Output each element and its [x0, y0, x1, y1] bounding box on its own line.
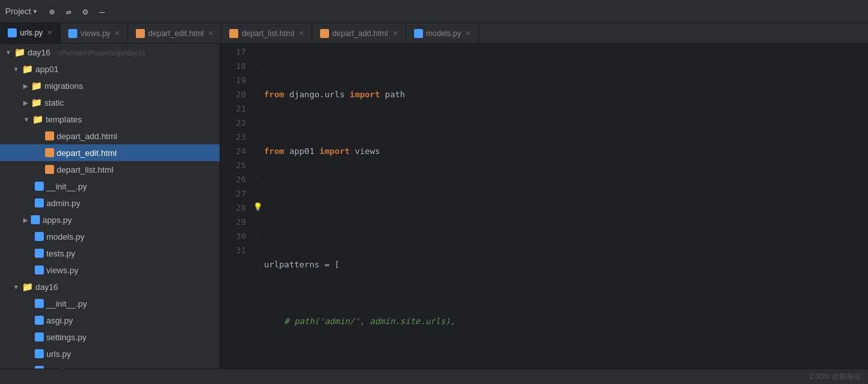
sidebar-item-wsgi-py[interactable]: wsgi.py [0, 362, 220, 369]
tab-views-py[interactable]: views.py ✕ [61, 23, 128, 43]
html-icon [320, 29, 329, 38]
sidebar-item-migrations[interactable]: ▶ 📁 migrations [0, 77, 220, 94]
tab-bar: urls.py ✕ views.py ✕ depart_edit.html ✕ … [0, 23, 868, 44]
sidebar-item-apps-py[interactable]: ▶ apps.py [0, 211, 220, 228]
sidebar-item-label: day16 ~/PycharmProjects/gx/day16 [28, 48, 146, 57]
folder-icon: 📁 [14, 47, 25, 57]
py-file-icon [35, 232, 44, 241]
sidebar-item-label: templates [46, 115, 82, 124]
split-icon[interactable]: ⇌ [61, 5, 75, 19]
code-content[interactable]: 17 18 19 20 21 22 23 24 25 26 27 28 29 3… [220, 44, 868, 369]
py-file-icon [35, 349, 44, 358]
sidebar-item-label: models.py [46, 232, 84, 242]
sidebar-item-init-py-app01[interactable]: __init__.py [0, 178, 220, 195]
sidebar-item-day16-sub[interactable]: ▼ 📁 day16 [0, 278, 220, 295]
sidebar-item-app01[interactable]: ▼ 📁 app01 [0, 61, 220, 77]
expand-arrow: ▶ [23, 82, 28, 90]
tab-depart-add-html[interactable]: depart_add.html ✕ [312, 23, 406, 43]
code-line-20: urlpatterns = [ [264, 258, 868, 272]
watermark-text: CSDN @茹嗨瑞 [810, 372, 860, 381]
py-file-icon [35, 249, 44, 258]
sidebar-item-label: apps.py [42, 215, 72, 225]
py-file-icon [35, 299, 44, 308]
sidebar-item-day16-root[interactable]: ▼ 📁 day16 ~/PycharmProjects/gx/day16 [0, 44, 220, 61]
expand-arrow: ▼ [23, 116, 30, 123]
expand-arrow: ▼ [13, 283, 19, 291]
sidebar-item-label: tests.py [46, 249, 75, 258]
main-area: ▼ 📁 day16 ~/PycharmProjects/gx/day16 ▼ 📁… [0, 44, 868, 369]
sidebar-item-label: __init__.py [46, 299, 87, 309]
sidebar-item-static[interactable]: ▶ 📁 static [0, 94, 220, 111]
sync-icon[interactable]: ⊕ [44, 5, 59, 19]
py-file-icon [35, 265, 44, 274]
tab-close-icon[interactable]: ✕ [47, 29, 52, 36]
settings-icon[interactable]: ⚙ [78, 5, 92, 19]
py-icon [414, 29, 423, 38]
tab-urls-py[interactable]: urls.py ✕ [0, 23, 61, 43]
close-sidebar-icon[interactable]: — [95, 5, 109, 19]
sidebar-item-asgi-py[interactable]: asgi.py [0, 312, 220, 329]
sidebar-item-label: urls.py [46, 349, 71, 359]
project-label[interactable]: Project ▾ [5, 6, 37, 16]
py-file-icon [35, 332, 44, 341]
tab-label: depart_add.html [332, 29, 388, 38]
html-file-icon [45, 131, 54, 140]
sidebar-item-label: depart_list.html [57, 165, 113, 175]
folder-icon: 📁 [31, 81, 42, 91]
sidebar-item-label: depart_edit.html [57, 148, 117, 158]
sidebar-item-label: __init__.py [46, 182, 87, 191]
sidebar-item-label: migrations [44, 81, 83, 91]
sidebar-item-label: static [44, 98, 64, 108]
code-line-17: from django.urls import path [264, 88, 868, 102]
html-file-icon [45, 148, 54, 157]
sidebar-item-models-py[interactable]: models.py [0, 228, 220, 245]
sidebar-item-urls-py[interactable]: urls.py [0, 345, 220, 362]
py-icon [68, 29, 77, 38]
code-line-21: # path('admin/', admin.site.urls), [264, 314, 868, 329]
py-icon [8, 28, 17, 37]
gutter-col: ◦ ◦ ◦ 💡 ◦ [251, 44, 264, 369]
tab-label: depart_edit.html [148, 29, 203, 38]
folder-icon: 📁 [22, 64, 33, 74]
py-file-icon [35, 316, 44, 325]
code-editor: 17 18 19 20 21 22 23 24 25 26 27 28 29 3… [220, 44, 868, 369]
sidebar-item-tests-py[interactable]: tests.py [0, 245, 220, 262]
sidebar-item-settings-py[interactable]: settings.py [0, 329, 220, 345]
folder-icon: 📁 [22, 282, 33, 292]
code-lines: from django.urls import path from app01 … [264, 44, 868, 369]
tab-depart-edit-html[interactable]: depart_edit.html ✕ [128, 23, 222, 43]
tab-close-icon[interactable]: ✕ [299, 30, 304, 37]
tab-depart-list-html[interactable]: depart_list.html ✕ [222, 23, 312, 43]
status-bar: CSDN @茹嗨瑞 [0, 369, 868, 384]
sidebar-item-label: day16 [35, 282, 58, 292]
project-arrow[interactable]: ▾ [33, 8, 37, 15]
top-bar: Project ▾ ⊕ ⇌ ⚙ — [0, 0, 868, 23]
sidebar-item-depart-list-html[interactable]: depart_list.html [0, 161, 220, 178]
sidebar-item-label: admin.py [46, 198, 80, 208]
line-numbers: 17 18 19 20 21 22 23 24 25 26 27 28 29 3… [220, 44, 251, 369]
tab-label: urls.py [20, 28, 42, 37]
tab-close-icon[interactable]: ✕ [393, 30, 398, 37]
sidebar-item-depart-edit-html[interactable]: depart_edit.html [0, 144, 220, 161]
tab-close-icon[interactable]: ✕ [208, 30, 213, 37]
sidebar-item-admin-py[interactable]: admin.py [0, 195, 220, 211]
html-icon [136, 29, 145, 38]
py-file-icon [31, 215, 40, 224]
expand-arrow: ▶ [23, 216, 28, 224]
code-line-19 [264, 201, 868, 215]
sidebar-item-label: settings.py [46, 332, 86, 342]
sidebar-item-depart-add-html[interactable]: depart_add.html [0, 128, 220, 144]
tab-close-icon[interactable]: ✕ [466, 30, 471, 37]
sidebar-item-templates[interactable]: ▼ 📁 templates [0, 111, 220, 128]
sidebar-item-label: views.py [46, 265, 79, 275]
code-line-18: from app01 import views [264, 144, 868, 158]
tab-models-py[interactable]: models.py ✕ [406, 23, 480, 43]
sidebar-item-views-py[interactable]: views.py [0, 262, 220, 278]
sidebar-item-init-py-day16[interactable]: __init__.py [0, 295, 220, 312]
sidebar-item-label: depart_add.html [57, 131, 117, 141]
tab-close-icon[interactable]: ✕ [115, 30, 120, 37]
project-sidebar: ▼ 📁 day16 ~/PycharmProjects/gx/day16 ▼ 📁… [0, 44, 220, 369]
expand-arrow: ▶ [23, 99, 28, 106]
folder-icon: 📁 [32, 114, 43, 124]
tab-label: views.py [80, 29, 110, 38]
